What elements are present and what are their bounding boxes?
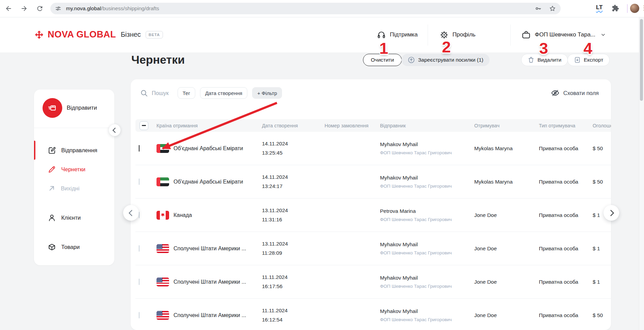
extensions-icon[interactable] — [612, 4, 619, 12]
sender-name: Petrova Marina — [380, 208, 470, 214]
filter-row: Пошук Тег Дата створення + Фільтр — [140, 87, 282, 99]
clear-selection-button[interactable]: Очистити — [363, 54, 402, 66]
chevron-left-icon — [129, 210, 135, 216]
arrow-up-right-icon — [48, 184, 56, 192]
password-key-icon[interactable] — [535, 5, 542, 12]
delete-button[interactable]: Видалити — [521, 54, 568, 66]
delete-label: Видалити — [538, 57, 561, 63]
row-checkbox[interactable] — [139, 312, 139, 318]
declared-value: $ 50 — [589, 312, 611, 318]
table-row[interactable]: Сполучені Штати Америки ... 11.11.202416… — [135, 299, 611, 330]
drafts-page: { "browser": { "url_host": "my.nova.glob… — [0, 0, 644, 330]
send-button[interactable]: Відправити — [43, 98, 97, 118]
column-sender[interactable]: Відправник — [376, 123, 470, 128]
export-button[interactable]: Експорт — [567, 54, 610, 66]
sidebar-collapse-button[interactable] — [109, 124, 121, 136]
recipient-type: Приватна особа — [535, 179, 589, 185]
sender-company: ФОП Шевченко Тарас Григорович — [380, 317, 470, 322]
sidebar-divider — [34, 128, 114, 128]
person-icon — [48, 214, 56, 222]
table-row[interactable]: Об'єднані Арабські Емірати 14.11.202413:… — [135, 165, 611, 199]
recipient-name: Jone Doe — [470, 246, 535, 252]
table-row[interactable]: Сполучені Штати Америки ... 11.11.202416… — [135, 265, 611, 299]
created-date: 13.11.2024 — [262, 241, 320, 247]
column-country[interactable]: Країна отримання — [152, 123, 258, 128]
browser-profile-avatar[interactable] — [630, 4, 639, 13]
sidebar-item-products[interactable]: Товари — [34, 239, 114, 255]
row-checkbox[interactable] — [139, 145, 139, 152]
table-body: Об'єднані Арабські Емірати 14.11.202413:… — [135, 132, 611, 330]
sender-company: ФОП Шевченко Тарас Григорович — [380, 184, 470, 189]
app-header: NOVA GLOBAL Бізнес BETA Підтримка Профіл… — [0, 17, 644, 52]
chevron-left-icon — [113, 127, 118, 133]
tag-filter-chip[interactable]: Тег — [178, 87, 195, 99]
sidebar-item-outgoing[interactable]: Вихідні — [34, 180, 114, 196]
sidebar-item-clients[interactable]: Клієнти — [34, 210, 114, 225]
row-checkbox[interactable] — [139, 212, 139, 218]
recipient-type: Приватна особа — [535, 312, 589, 318]
recipient-type: Приватна особа — [535, 145, 589, 152]
sender-company: ФОП Шевченко Тарас Григорович — [380, 284, 470, 289]
recipient-name: Jone Doe — [470, 279, 535, 285]
column-recipient[interactable]: Отримувач — [470, 123, 535, 128]
row-checkbox[interactable] — [139, 178, 139, 185]
sender-company: ФОП Шевченко Тарас Григорович — [380, 150, 470, 155]
table-scroll-left-button[interactable] — [123, 205, 139, 221]
browser-reload-icon[interactable] — [36, 5, 44, 12]
column-date-created[interactable]: Дата створення — [258, 123, 320, 128]
country-flag-icon — [156, 177, 169, 186]
column-order-number[interactable]: Номер замовлення — [320, 123, 376, 128]
created-date: 11.11.2024 — [262, 308, 320, 314]
scrollbar-thumb[interactable] — [640, 19, 643, 101]
row-checkbox[interactable] — [139, 279, 139, 285]
chevron-down-icon — [601, 32, 606, 37]
recipient-name: Mykolas Maryna — [470, 145, 535, 152]
browser-back-icon[interactable] — [5, 5, 12, 12]
browser-toolbar: my.nova.global/business/shipping/drafts … — [0, 0, 644, 17]
url-host: my.nova.global — [66, 5, 101, 11]
sidebar-item-drafts[interactable]: Чернетки — [34, 161, 114, 177]
register-label: Зареєструвати посилки (1) — [418, 57, 483, 63]
browser-menu-icon[interactable]: ⋮ — [641, 4, 644, 12]
support-label: Підтримка — [390, 31, 418, 38]
header-divider — [510, 25, 511, 46]
address-bar[interactable]: my.nova.global/business/shipping/drafts — [50, 3, 561, 14]
support-button[interactable]: Підтримка — [377, 17, 418, 52]
table-scroll-right-button[interactable] — [604, 205, 619, 221]
search-input[interactable]: Пошук — [140, 89, 169, 97]
table-row[interactable]: Об'єднані Арабські Емірати 14.11.202413:… — [135, 132, 611, 165]
column-declared-value[interactable]: Оголоше — [589, 123, 611, 128]
profile-button[interactable]: Профіль — [440, 17, 476, 52]
browser-forward-icon[interactable] — [20, 5, 28, 12]
sender-name: Myhakov Myhail — [380, 141, 470, 147]
sidebar-item-label: Клієнти — [61, 215, 81, 221]
beta-badge: BETA — [146, 31, 163, 38]
recipient-name: Jone Doe — [470, 212, 535, 218]
page-scrollbar[interactable] — [639, 17, 644, 330]
date-created-filter-chip[interactable]: Дата створення — [200, 87, 247, 99]
register-parcels-button[interactable]: Зареєструвати посилки (1) — [401, 54, 490, 66]
send-circle[interactable] — [43, 98, 62, 118]
hide-fields-button[interactable]: Сховати поля — [551, 87, 599, 99]
site-settings-icon[interactable] — [55, 5, 61, 12]
export-label: Експорт — [584, 57, 603, 63]
created-date: 11.11.2024 — [262, 274, 320, 280]
row-checkbox[interactable] — [139, 245, 139, 252]
brand[interactable]: NOVA GLOBAL Бізнес BETA — [34, 29, 163, 40]
sender-name: Myhakov Myhail — [380, 308, 470, 314]
column-recipient-type[interactable]: Тип отримувача — [535, 123, 589, 128]
package-send-icon — [48, 103, 57, 113]
bookmark-star-icon[interactable] — [549, 5, 556, 12]
account-switcher[interactable]: ФОП Шевченко Тара... — [522, 17, 606, 52]
sidebar-item-shipments[interactable]: Відправлення — [34, 142, 114, 158]
languagetool-extension-icon[interactable]: LT — [596, 4, 603, 11]
sender-company: ФОП Шевченко Тарас Григорович — [380, 217, 470, 222]
table-row[interactable]: Канада 13.11.202411:31:16 Petrova Marina… — [135, 199, 611, 232]
select-all-checkbox[interactable] — [139, 121, 148, 130]
created-time: 13:24:17 — [262, 183, 320, 189]
briefcase-icon — [522, 30, 531, 40]
table-row[interactable]: Сполучені Штати Америки ... 13.11.202411… — [135, 232, 611, 265]
clear-label: Очистити — [371, 57, 394, 63]
created-time: 16:12:54 — [262, 317, 320, 323]
add-filter-chip[interactable]: + Фільтр — [252, 87, 282, 99]
